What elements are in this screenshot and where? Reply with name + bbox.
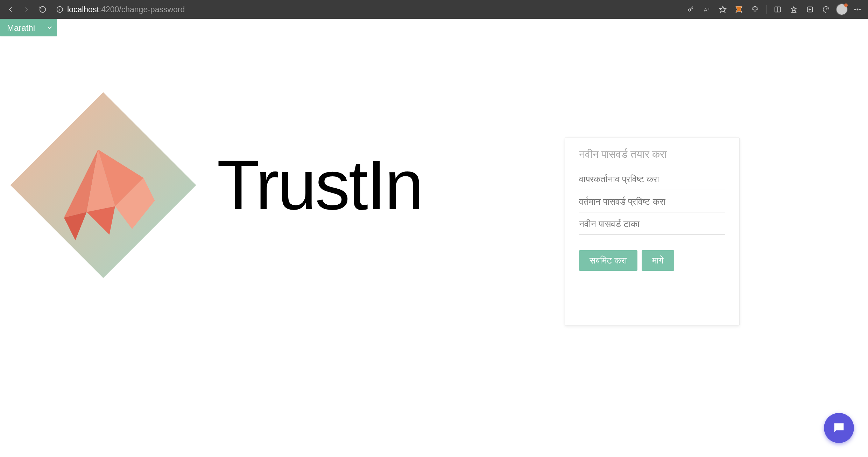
brand-block: TrustIn xyxy=(0,82,422,288)
reload-button[interactable] xyxy=(36,3,49,16)
new-password-input[interactable] xyxy=(579,212,725,235)
avatar-icon xyxy=(836,3,848,15)
favorite-icon[interactable] xyxy=(717,3,729,16)
back-button[interactable] xyxy=(4,3,17,16)
toolbar-divider xyxy=(766,5,767,14)
site-info-icon xyxy=(56,6,64,13)
notification-dot xyxy=(844,3,848,7)
svg-point-17 xyxy=(859,9,861,10)
svg-point-15 xyxy=(854,9,856,10)
profile-button[interactable] xyxy=(836,3,848,16)
browser-chrome: localhost:4200/change-password A⁺ xyxy=(0,0,868,19)
language-selector[interactable]: Marathi xyxy=(0,19,57,36)
logo-icon xyxy=(0,82,206,288)
change-password-card: नवीन पासवर्ड तयार करा सबमिट करा मागे xyxy=(565,138,740,325)
svg-marker-6 xyxy=(720,6,726,12)
page-content: Marathi TrustIn नवीन पासवर्ड तया xyxy=(0,19,868,457)
reader-icon[interactable]: A⁺ xyxy=(700,3,713,16)
performance-icon[interactable] xyxy=(820,3,832,16)
brand-name: TrustIn xyxy=(217,145,422,225)
extensions-icon[interactable] xyxy=(749,3,761,16)
submit-button[interactable]: सबमिट करा xyxy=(579,250,637,271)
username-input[interactable] xyxy=(579,168,725,190)
address-bar[interactable]: localhost:4200/change-password xyxy=(52,3,681,16)
password-icon[interactable] xyxy=(684,3,697,16)
svg-point-16 xyxy=(857,9,858,10)
svg-marker-10 xyxy=(791,7,797,12)
split-icon[interactable] xyxy=(771,3,784,16)
form-title: नवीन पासवर्ड तयार करा xyxy=(579,148,725,161)
favorites-bar-icon[interactable] xyxy=(788,3,800,16)
forward-button[interactable] xyxy=(20,3,33,16)
card-footer xyxy=(565,285,739,325)
svg-text:A⁺: A⁺ xyxy=(704,7,710,13)
url-text: localhost:4200/change-password xyxy=(67,5,185,14)
metamask-icon[interactable] xyxy=(733,3,745,16)
chat-fab[interactable] xyxy=(824,413,854,443)
more-icon[interactable] xyxy=(851,3,864,16)
current-password-input[interactable] xyxy=(579,190,725,212)
back-button[interactable]: मागे xyxy=(642,250,674,271)
chat-icon xyxy=(832,421,846,435)
collections-icon[interactable] xyxy=(804,3,816,16)
svg-marker-7 xyxy=(736,6,742,13)
